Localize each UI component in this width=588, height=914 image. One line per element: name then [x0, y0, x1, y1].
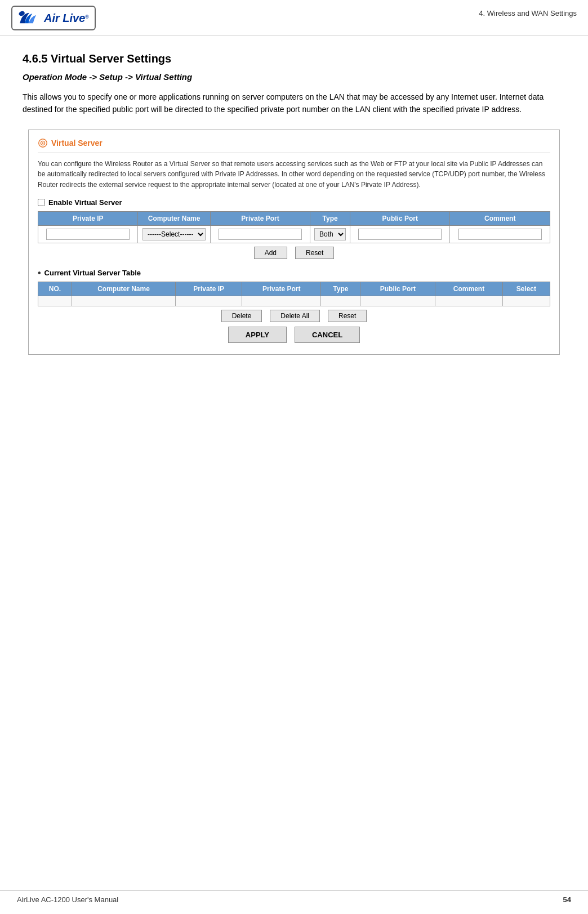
th-public-port: Public Port [350, 211, 449, 225]
main-content: 4.6.5 Virtual Server Settings Operation … [0, 35, 588, 366]
page-header: Air Live® 4. Wireless and WAN Settings [0, 0, 588, 35]
virtual-server-config-table: Private IP Computer Name Private Port Ty… [38, 211, 550, 243]
add-reset-row: Add Reset [38, 247, 550, 259]
vs-description: You can configure the Wireless Router as… [38, 159, 550, 190]
private-ip-input[interactable] [46, 229, 130, 240]
delete-all-button[interactable]: Delete All [270, 310, 320, 322]
computer-name-select[interactable]: ------Select------ [142, 228, 206, 240]
enable-virtual-server-checkbox[interactable] [38, 199, 45, 206]
computer-name-cell: ------Select------ [138, 225, 210, 243]
th-comment: Comment [450, 211, 550, 225]
th-private-port: Private Port [210, 211, 310, 225]
cth-public-port: Public Port [360, 282, 435, 296]
public-port-cell [350, 225, 449, 243]
page-footer: AirLive AC-1200 User's Manual 54 [0, 890, 588, 904]
th-private-ip: Private IP [38, 211, 138, 225]
private-port-input[interactable] [219, 229, 302, 240]
type-cell: Both TCP UDP [310, 225, 350, 243]
empty-private-ip [176, 296, 242, 306]
enable-virtual-server-label: Enable Virtual Server [48, 198, 122, 207]
cth-comment: Comment [435, 282, 502, 296]
section-title: 4.6.5 Virtual Server Settings [23, 52, 565, 65]
current-table-title: • Current Virtual Server Table [38, 268, 550, 278]
comment-input[interactable] [458, 229, 542, 240]
config-row: ------Select------ Both TCP UDP [38, 225, 550, 243]
svg-point-3 [42, 142, 44, 144]
empty-comment [435, 296, 502, 306]
current-virtual-server-table: NO. Computer Name Private IP Private Por… [38, 282, 550, 306]
airlive-logo-icon [18, 9, 41, 27]
cth-type: Type [321, 282, 360, 296]
footer-manual-label: AirLive AC-1200 User's Manual [17, 895, 118, 904]
section-subtitle: Operation Mode -> Setup -> Virtual Setti… [23, 72, 565, 82]
logo-box: Air Live® [11, 6, 96, 30]
vs-settings-icon [38, 138, 48, 148]
apply-cancel-row: APPLY CANCEL [38, 327, 550, 343]
comment-cell [450, 225, 550, 243]
cth-computer-name: Computer Name [72, 282, 175, 296]
empty-type [321, 296, 360, 306]
private-ip-cell [38, 225, 138, 243]
th-type: Type [310, 211, 350, 225]
vs-section-title: Virtual Server [38, 138, 550, 153]
th-computer-name: Computer Name [138, 211, 210, 225]
chapter-title: 4. Wireless and WAN Settings [479, 6, 577, 17]
page-number: 54 [563, 895, 571, 904]
cth-private-ip: Private IP [176, 282, 242, 296]
type-select[interactable]: Both TCP UDP [314, 228, 346, 240]
empty-computer-name [72, 296, 175, 306]
current-table-empty-row [38, 296, 550, 306]
logo-text: Air Live® [44, 12, 89, 25]
apply-button[interactable]: APPLY [228, 327, 287, 343]
delete-button[interactable]: Delete [221, 310, 262, 322]
cancel-button[interactable]: CANCEL [295, 327, 360, 343]
reset-button[interactable]: Reset [295, 247, 334, 259]
cth-select: Select [502, 282, 550, 296]
empty-select [502, 296, 550, 306]
empty-private-port [242, 296, 321, 306]
virtual-server-box: Virtual Server You can configure the Wir… [28, 130, 560, 355]
public-port-input[interactable] [358, 229, 442, 240]
cth-no: NO. [38, 282, 72, 296]
enable-virtual-server-row: Enable Virtual Server [38, 198, 550, 207]
private-port-cell [210, 225, 310, 243]
add-button[interactable]: Add [254, 247, 287, 259]
cth-private-port: Private Port [242, 282, 321, 296]
bullet-icon: • [38, 268, 41, 278]
current-table-label: Current Virtual Server Table [44, 269, 141, 277]
section-description: This allows you to specify one or more a… [23, 91, 565, 116]
delete-row: Delete Delete All Reset [38, 310, 550, 322]
reset-button-2[interactable]: Reset [328, 310, 367, 322]
empty-public-port [360, 296, 435, 306]
empty-no [38, 296, 72, 306]
logo-area: Air Live® [11, 6, 96, 30]
